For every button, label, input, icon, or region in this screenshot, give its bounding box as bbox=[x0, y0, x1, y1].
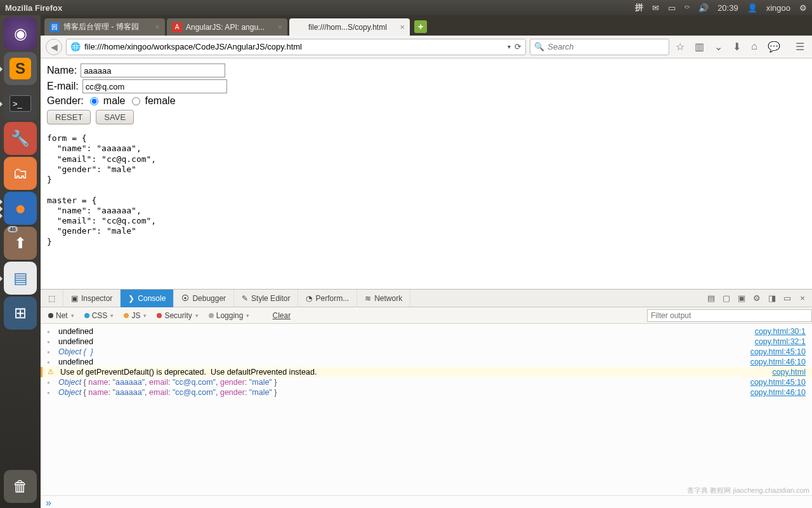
devtools-panel: ⬚ ▣ Inspector ❯ Console ⦿ Debugger ✎ Sty… bbox=[41, 289, 812, 508]
tab-network[interactable]: ≋ Network bbox=[357, 290, 410, 307]
mail-icon[interactable]: ✉ bbox=[652, 3, 659, 13]
radio-male[interactable] bbox=[90, 97, 98, 105]
filter-css[interactable]: CSS▾ bbox=[79, 307, 119, 324]
console-line: Object { name: "aaaaaa", email: "cc@q.co… bbox=[41, 387, 812, 398]
updates-icon[interactable]: 46⬆ bbox=[4, 227, 37, 260]
clock[interactable]: 20:39 bbox=[717, 3, 738, 13]
favicon-cnblogs: 园 bbox=[49, 22, 60, 32]
reset-button[interactable]: RESET bbox=[47, 110, 91, 124]
wifi-icon[interactable]: ⌔ bbox=[684, 3, 690, 13]
source-link[interactable]: copy.html:32:1 bbox=[755, 337, 806, 346]
globe-icon: 🌐 bbox=[70, 42, 81, 51]
toolbar-icons: ☆ ▥ ⌄ ⬇ ⌂ 💬 ☰ bbox=[673, 41, 807, 53]
tab-performance[interactable]: ◔ Perform... bbox=[298, 290, 357, 307]
search-bar[interactable]: 🔍 bbox=[530, 39, 669, 55]
libreoffice-icon[interactable]: ▤ bbox=[4, 262, 37, 295]
console-prompt[interactable]: » bbox=[41, 495, 812, 508]
close-icon[interactable]: × bbox=[797, 293, 808, 303]
download-icon[interactable]: ⬇ bbox=[733, 41, 741, 53]
browser-tabbar: 园 博客后台管理 - 博客园 × A AngularJS: API: angu.… bbox=[41, 15, 812, 36]
tab-angularjs[interactable]: A AngularJS: API: angu... × bbox=[167, 18, 287, 36]
close-icon[interactable]: × bbox=[155, 22, 160, 32]
browser-navbar: ◀ 🌐 ▾ ⟳ 🔍 ☆ ▥ ⌄ ⬇ ⌂ 💬 ☰ bbox=[41, 36, 812, 58]
sublime-icon[interactable]: S bbox=[4, 52, 37, 85]
source-link[interactable]: copy.html bbox=[772, 368, 806, 377]
tab-label: 博客后台管理 - 博客园 bbox=[63, 22, 151, 32]
filter-net[interactable]: Net▾ bbox=[43, 307, 79, 324]
dash-icon[interactable]: ◉ bbox=[4, 17, 37, 50]
home-icon[interactable]: ⌂ bbox=[751, 41, 757, 53]
page-content: Name: E-mail: Gender: male female RESET … bbox=[41, 58, 812, 289]
tab-label: file:///hom...S/copy.html bbox=[308, 23, 396, 32]
tab-style-editor[interactable]: ✎ Style Editor bbox=[234, 290, 298, 307]
url-input[interactable] bbox=[84, 42, 504, 51]
tab-inspector[interactable]: ▣ Inspector bbox=[63, 290, 121, 307]
split-icon[interactable]: ▤ bbox=[705, 293, 717, 303]
ime-indicator[interactable]: 拼 bbox=[635, 2, 643, 13]
pocket-icon[interactable]: ⌄ bbox=[714, 41, 723, 53]
menu-icon[interactable]: ☰ bbox=[796, 41, 804, 53]
close-icon[interactable]: × bbox=[400, 22, 405, 32]
workspace-icon[interactable]: ⊞ bbox=[4, 297, 37, 330]
battery-icon[interactable]: ▭ bbox=[668, 3, 676, 13]
reload-icon[interactable]: ⟳ bbox=[514, 42, 521, 51]
bookmark-icon[interactable]: ☆ bbox=[676, 41, 684, 53]
source-link[interactable]: copy.html:45:10 bbox=[750, 378, 806, 387]
source-link[interactable]: copy.html:30:1 bbox=[755, 327, 806, 336]
user-name[interactable]: xingoo bbox=[766, 3, 790, 13]
back-button[interactable]: ◀ bbox=[46, 39, 62, 55]
filter-js[interactable]: JS▾ bbox=[119, 307, 152, 324]
chat-icon[interactable]: 💬 bbox=[768, 41, 780, 53]
console-line: undefinedcopy.html:32:1 bbox=[41, 337, 812, 347]
responsive-icon[interactable]: ▣ bbox=[736, 293, 747, 303]
watermark: 查字典 教程网 jiaocheng.chazidian.com bbox=[687, 486, 809, 495]
dock-bottom-icon[interactable]: ▭ bbox=[782, 293, 793, 303]
console-warning: Use of getPreventDefault() is deprecated… bbox=[41, 367, 812, 377]
close-icon[interactable]: × bbox=[277, 22, 282, 32]
filter-logging[interactable]: Logging▾ bbox=[204, 307, 255, 324]
filter-security[interactable]: Security▾ bbox=[152, 307, 203, 324]
dock-side-icon[interactable]: ◨ bbox=[766, 293, 778, 303]
save-button[interactable]: SAVE bbox=[96, 110, 134, 124]
app-title: Mozilla Firefox bbox=[5, 3, 635, 13]
console-line: undefinedcopy.html:46:10 bbox=[41, 357, 812, 367]
list-icon[interactable]: ▥ bbox=[695, 41, 704, 53]
unity-launcher: ◉ S >_ 🔧 🗂 ● 46⬆ ▤ ⊞ 🗑 bbox=[0, 15, 41, 508]
user-icon: 👤 bbox=[747, 3, 757, 13]
frame-icon[interactable]: ▢ bbox=[721, 293, 732, 303]
male-label: male bbox=[103, 95, 126, 107]
source-link[interactable]: copy.html:45:10 bbox=[750, 347, 806, 356]
settings-icon[interactable]: 🔧 bbox=[4, 122, 37, 155]
terminal-icon[interactable]: >_ bbox=[4, 87, 37, 120]
name-label: Name: bbox=[47, 65, 77, 76]
gender-label: Gender: bbox=[47, 95, 84, 107]
firefox-window: 园 博客后台管理 - 博客园 × A AngularJS: API: angu.… bbox=[41, 15, 812, 508]
filter-output[interactable] bbox=[647, 309, 812, 322]
search-input[interactable] bbox=[547, 42, 665, 51]
devtools-picker[interactable]: ⬚ bbox=[41, 290, 63, 307]
tab-copy-html[interactable]: file:///hom...S/copy.html × bbox=[289, 18, 410, 36]
console-line: Object { name: "aaaaaa", email: "cc@q.co… bbox=[41, 377, 812, 387]
radio-female[interactable] bbox=[132, 97, 140, 105]
files-icon[interactable]: 🗂 bbox=[4, 157, 37, 190]
volume-icon[interactable]: 🔊 bbox=[698, 3, 709, 13]
trash-icon[interactable]: 🗑 bbox=[4, 470, 37, 503]
console-output: undefinedcopy.html:30:1 undefinedcopy.ht… bbox=[41, 324, 812, 495]
tab-console[interactable]: ❯ Console bbox=[121, 290, 174, 307]
source-link[interactable]: copy.html:46:10 bbox=[750, 358, 806, 366]
clear-button[interactable]: Clear bbox=[267, 307, 296, 324]
new-tab-button[interactable]: + bbox=[414, 20, 427, 33]
gear-icon[interactable]: ⚙ bbox=[799, 3, 807, 13]
email-field[interactable] bbox=[82, 79, 227, 93]
tab-cnblogs[interactable]: 园 博客后台管理 - 博客园 × bbox=[44, 18, 165, 36]
source-link[interactable]: copy.html:46:10 bbox=[750, 388, 806, 397]
name-field[interactable] bbox=[81, 64, 225, 77]
gear-icon[interactable]: ⚙ bbox=[751, 293, 763, 303]
firefox-icon[interactable]: ● bbox=[4, 192, 37, 225]
system-tray: 拼 ✉ ▭ ⌔ 🔊 20:39 👤 xingoo ⚙ bbox=[635, 2, 807, 13]
tab-debugger[interactable]: ⦿ Debugger bbox=[174, 290, 234, 307]
url-bar[interactable]: 🌐 ▾ ⟳ bbox=[66, 39, 526, 55]
favicon-angular: A bbox=[172, 22, 182, 32]
ubuntu-top-panel: Mozilla Firefox 拼 ✉ ▭ ⌔ 🔊 20:39 👤 xingoo… bbox=[0, 0, 812, 15]
dropdown-icon[interactable]: ▾ bbox=[508, 43, 511, 50]
